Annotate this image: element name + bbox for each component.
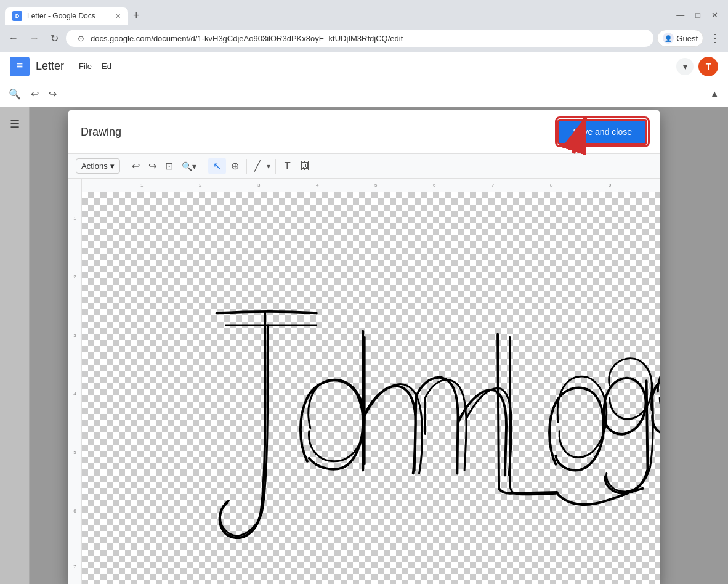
docs-expand-icon[interactable]: ▾ xyxy=(676,58,694,75)
docs-body: ☰ Drawing xyxy=(0,107,728,584)
menu-item-file[interactable]: File xyxy=(74,59,97,73)
browser-chrome: D Letter - Google Docs ✕ + — □ ✕ ← → ↻ ⊙… xyxy=(0,0,728,52)
docs-second-toolbar: 🔍 ↩ ↪ ▲ xyxy=(0,81,728,107)
redo-toolbar-button[interactable]: ↪ xyxy=(45,86,60,102)
toolbar-separator-2 xyxy=(204,159,204,174)
window-controls: — □ ✕ xyxy=(671,9,728,25)
actions-button[interactable]: Actions ▾ xyxy=(76,158,120,174)
back-button[interactable]: ← xyxy=(5,30,22,46)
docs-title: Letter xyxy=(36,60,64,73)
line-dropdown-button[interactable]: ▾ xyxy=(265,160,272,173)
toolbar-separator-3 xyxy=(246,159,247,174)
image-insert-button[interactable]: 🖼 xyxy=(296,158,313,174)
active-tab[interactable]: D Letter - Google Docs ✕ xyxy=(5,7,128,25)
vertical-ruler: 1 2 3 4 5 6 7 xyxy=(68,179,82,584)
maximize-button[interactable]: □ xyxy=(690,9,705,21)
image-edit-button[interactable]: ⊕ xyxy=(227,158,243,174)
redo-draw-button[interactable]: ↪ xyxy=(145,158,160,174)
drawing-surface[interactable] xyxy=(82,192,660,584)
tab-title: Letter - Google Docs xyxy=(27,12,110,20)
undo-toolbar-button[interactable]: ↩ xyxy=(27,86,42,102)
address-bar-row: ← → ↻ ⊙ docs.google.com/document/d/1-kvH… xyxy=(0,25,728,52)
profile-button[interactable]: 👤 Guest xyxy=(657,30,703,47)
toolbar-separator-4 xyxy=(275,159,276,174)
crop-button[interactable]: ⊡ xyxy=(161,158,177,174)
zoom-button[interactable]: 🔍▾ xyxy=(178,159,200,174)
dialog-title: Drawing xyxy=(81,126,557,139)
browser-menu-button[interactable]: ⋮ xyxy=(707,29,723,47)
undo-draw-button[interactable]: ↩ xyxy=(128,158,144,174)
close-window-button[interactable]: ✕ xyxy=(706,9,723,21)
save-close-button[interactable]: Save and close xyxy=(557,119,647,145)
select-tool-button[interactable]: ↖ xyxy=(208,158,226,174)
line-tool-button[interactable]: ╱ xyxy=(251,158,264,174)
docs-area: ≡ Letter File Ed ▾ T 🔍 ↩ ↪ ▲ ☰ xyxy=(0,52,728,584)
address-bar[interactable]: ⊙ docs.google.com/document/d/1-kvH3gCdje… xyxy=(66,30,653,47)
tab-bar: D Letter - Google Docs ✕ + — □ ✕ xyxy=(0,0,728,25)
docs-logo-icon: ≡ xyxy=(17,60,23,73)
profile-label: Guest xyxy=(676,34,698,43)
address-security-icon: ⊙ xyxy=(76,33,86,43)
minimize-button[interactable]: — xyxy=(671,9,689,21)
user-avatar[interactable]: T xyxy=(698,57,718,76)
drawing-toolbar: Actions ▾ ↩ ↪ ⊡ 🔍▾ ↖ ⊕ ╱ ▾ T 🖼 xyxy=(68,154,660,179)
actions-dropdown-icon: ▾ xyxy=(110,161,115,171)
toolbar-separator-1 xyxy=(124,159,124,174)
refresh-button[interactable]: ↻ xyxy=(47,30,62,47)
docs-logo: ≡ xyxy=(10,57,30,76)
tab-favicon: D xyxy=(12,11,22,21)
drawing-dialog: Drawing Save and close xyxy=(68,110,660,584)
horizontal-ruler: 1 2 3 4 5 6 7 8 9 xyxy=(82,179,660,192)
dialog-header: Drawing Save and close xyxy=(68,110,660,154)
actions-label: Actions xyxy=(81,161,108,171)
new-tab-button[interactable]: + xyxy=(128,7,145,25)
search-toolbar-button[interactable]: 🔍 xyxy=(5,86,25,102)
canvas-area: 1 2 3 4 5 6 7 1 2 3 xyxy=(68,179,660,584)
text-tool-button[interactable]: T xyxy=(280,158,296,174)
main-canvas[interactable]: 1 2 3 4 5 6 7 8 9 xyxy=(82,179,660,584)
tab-close-icon[interactable]: ✕ xyxy=(115,12,121,20)
address-text: docs.google.com/document/d/1-kvH3gCdjeAo… xyxy=(91,34,644,43)
collapse-toolbar-button[interactable]: ▲ xyxy=(706,86,723,102)
menu-item-edit[interactable]: Ed xyxy=(97,59,116,73)
signature-clean xyxy=(82,192,660,584)
profile-icon: 👤 xyxy=(663,33,674,44)
docs-top-toolbar: ≡ Letter File Ed ▾ T xyxy=(0,52,728,81)
forward-button[interactable]: → xyxy=(26,30,43,46)
modal-overlay: Drawing Save and close xyxy=(0,107,728,584)
